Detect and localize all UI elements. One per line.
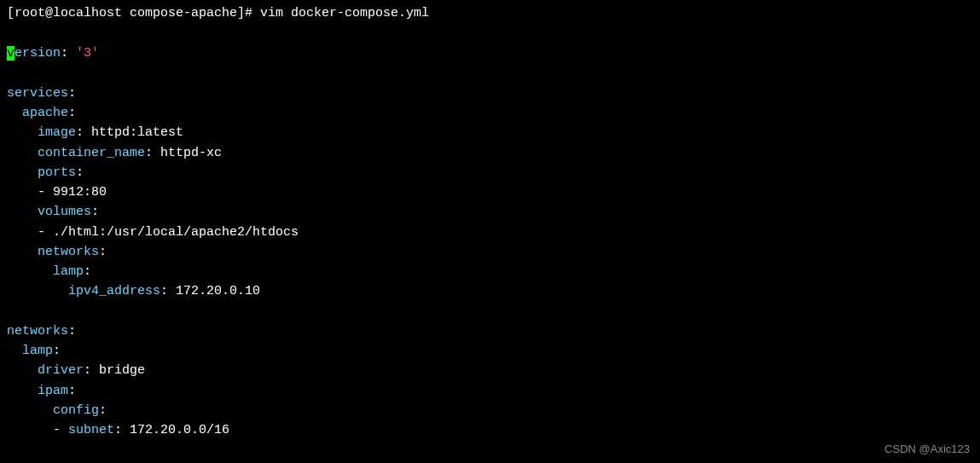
- yaml-key-volumes: volumes: [38, 205, 91, 219]
- yaml-value-version: '3': [76, 46, 99, 61]
- yaml-value-driver: bridge: [99, 363, 145, 378]
- yaml-key-ipv4: ipv4_address: [68, 284, 160, 298]
- yaml-key-version: ersion: [14, 46, 61, 61]
- shell-prompt: [root@localhost compose-apache]#: [7, 6, 252, 20]
- yaml-value-subnet: 172.20.0.0/16: [130, 423, 229, 437]
- shell-prompt-line: [root@localhost compose-apache]# vim doc…: [7, 3, 973, 23]
- vim-cursor: v: [7, 46, 14, 61]
- yaml-key-lamp: lamp: [22, 344, 53, 358]
- yaml-key-container-name: container_name: [38, 146, 145, 160]
- yaml-key-services: services: [7, 86, 68, 101]
- yaml-key-networks-svc: networks: [38, 245, 99, 259]
- yaml-key-ipam: ipam: [38, 384, 68, 398]
- shell-command: vim docker-compose.yml: [260, 6, 429, 20]
- yaml-value-port: 9912:80: [53, 185, 107, 200]
- yaml-key-networks: networks: [7, 324, 68, 339]
- yaml-key-config: config: [53, 403, 99, 418]
- yaml-key-subnet: subnet: [68, 423, 114, 437]
- yaml-key-driver: driver: [38, 363, 84, 378]
- yaml-key-image: image: [38, 125, 76, 140]
- yaml-key-ports: ports: [38, 165, 76, 180]
- yaml-value-image: httpd:latest: [91, 125, 183, 140]
- yaml-key-apache: apache: [22, 106, 68, 120]
- yaml-key-lamp-svc: lamp: [53, 264, 84, 279]
- yaml-value-container-name: httpd-xc: [160, 146, 222, 160]
- vim-editor-content[interactable]: version: '3' services: apache: image: ht…: [7, 43, 973, 440]
- watermark: CSDN @Axic123: [884, 441, 970, 458]
- yaml-value-volume: ./html:/usr/local/apache2/htdocs: [53, 225, 299, 240]
- yaml-value-ipv4: 172.20.0.10: [176, 284, 260, 298]
